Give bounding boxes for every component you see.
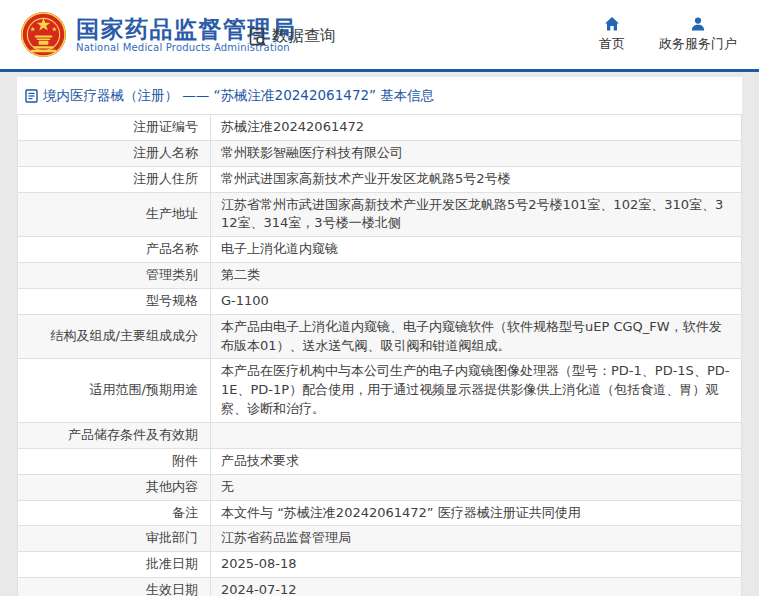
nav-home-label: 首页 [599,35,625,53]
table-row: 生产地址 江苏省常州市武进国家高新技术产业开发区龙帆路5号2号楼101室、102… [18,192,742,237]
row-label: 管理类别 [18,263,211,289]
user-icon [690,16,706,32]
table-row: 批准日期 2025-08-18 [18,552,742,578]
table-row: 附件 产品技术要求 [18,448,742,474]
row-value: 产品技术要求 [211,448,742,474]
row-label: 备注 [18,500,211,526]
row-label: 生效日期 [18,578,211,596]
row-label: 注册人住所 [18,166,211,192]
row-label: 生产地址 [18,192,211,237]
table-row: 注册证编号 苏械注准20242061472 [18,115,742,141]
row-value: 2024-07-12 [211,578,742,596]
nav-home[interactable]: 首页 [599,16,625,53]
table-row: 生效日期 2024-07-12 [18,578,742,596]
row-value [211,422,742,448]
nav-portal[interactable]: 政务服务门户 [659,16,737,53]
table-row: 注册人住所 常州武进国家高新技术产业开发区龙帆路5号2号楼 [18,166,742,192]
row-value: 常州武进国家高新技术产业开发区龙帆路5号2号楼 [211,166,742,192]
row-label: 其他内容 [18,474,211,500]
row-label: 型号规格 [18,288,211,314]
row-label: 结构及组成/主要组成成分 [18,314,211,359]
document-search-icon [248,27,268,47]
registration-detail-table: 注册证编号 苏械注准20242061472 注册人名称 常州联影智融医疗科技有限… [17,114,742,596]
table-row: 备注 本文件与 “苏械注准20242061472” 医疗器械注册证共同使用 [18,500,742,526]
table-row: 注册人名称 常州联影智融医疗科技有限公司 [18,140,742,166]
row-value: 无 [211,474,742,500]
row-label: 审批部门 [18,526,211,552]
breadcrumb-text: 境内医疗器械（注册） —— “苏械注准20242061472” 基本信息 [43,87,434,105]
row-label: 注册证编号 [18,115,211,141]
row-label: 适用范围/预期用途 [18,359,211,423]
home-icon [604,16,620,32]
data-query-tab[interactable]: 数据查询 [248,26,336,47]
row-label: 产品储存条件及有效期 [18,422,211,448]
row-value: 本产品在医疗机构中与本公司生产的电子内窥镜图像处理器（型号：PD-1、PD-1S… [211,359,742,423]
row-value: G-1100 [211,288,742,314]
nav-portal-label: 政务服务门户 [659,35,737,53]
table-row: 产品储存条件及有效期 [18,422,742,448]
row-value: 江苏省药品监督管理局 [211,526,742,552]
document-icon [25,89,38,103]
row-label: 产品名称 [18,237,211,263]
row-label: 批准日期 [18,552,211,578]
row-label: 附件 [18,448,211,474]
row-value: 本产品由电子上消化道内窥镜、电子内窥镜软件（软件规格型号uEP CGQ_FW，软… [211,314,742,359]
row-value: 2025-08-18 [211,552,742,578]
row-value: 电子上消化道内窥镜 [211,237,742,263]
site-header: 国家药品监督管理局 National Medical Products Admi… [0,0,759,72]
top-nav: 首页 政务服务门户 [599,16,737,53]
table-row: 管理类别 第二类 [18,263,742,289]
data-query-label: 数据查询 [272,26,336,47]
table-row: 产品名称 电子上消化道内窥镜 [18,237,742,263]
table-row: 型号规格 G-1100 [18,288,742,314]
row-value: 苏械注准20242061472 [211,115,742,141]
table-row: 适用范围/预期用途 本产品在医疗机构中与本公司生产的电子内窥镜图像处理器（型号：… [18,359,742,423]
row-value: 常州联影智融医疗科技有限公司 [211,140,742,166]
table-row: 审批部门 江苏省药品监督管理局 [18,526,742,552]
national-emblem-icon [20,11,67,58]
breadcrumb: 境内医疗器械（注册） —— “苏械注准20242061472” 基本信息 [17,77,742,114]
row-label: 注册人名称 [18,140,211,166]
row-value: 江苏省常州市武进国家高新技术产业开发区龙帆路5号2号楼101室、102室、310… [211,192,742,237]
table-row: 结构及组成/主要组成成分 本产品由电子上消化道内窥镜、电子内窥镜软件（软件规格型… [18,314,742,359]
content-panel: 境内医疗器械（注册） —— “苏械注准20242061472” 基本信息 注册证… [17,77,742,596]
table-row: 其他内容 无 [18,474,742,500]
row-value: 第二类 [211,263,742,289]
row-value: 本文件与 “苏械注准20242061472” 医疗器械注册证共同使用 [211,500,742,526]
